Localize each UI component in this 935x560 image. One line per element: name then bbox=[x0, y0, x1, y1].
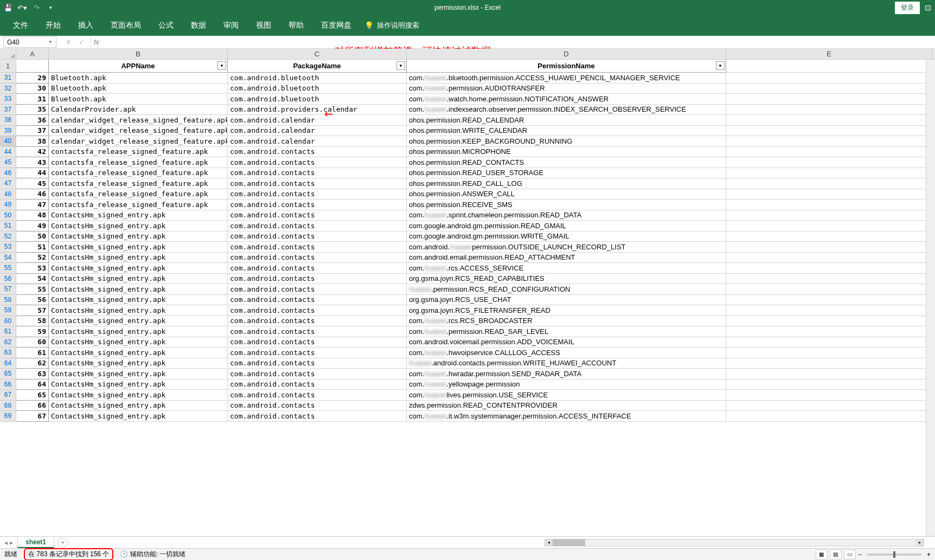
cell-index[interactable]: 57 bbox=[16, 305, 49, 316]
scroll-right-icon[interactable]: ▸ bbox=[916, 539, 924, 546]
tab-data[interactable]: 数据 bbox=[182, 16, 215, 35]
cell-packagename[interactable]: com.android.contacts bbox=[228, 210, 407, 221]
row-header[interactable]: 58 bbox=[0, 295, 16, 306]
row-header[interactable]: 69 bbox=[0, 411, 16, 422]
cell-empty[interactable] bbox=[726, 242, 932, 253]
cell-empty[interactable] bbox=[726, 73, 932, 83]
cell-permissionname[interactable]: com.huawei.watch.home.permission.NOTIFIC… bbox=[407, 94, 726, 105]
row-header[interactable]: 37 bbox=[0, 105, 16, 115]
cell-index[interactable]: 47 bbox=[16, 199, 49, 210]
cell-permissionname[interactable]: com.huawei.hwvoipservice.CALLLOG_ACCESS bbox=[407, 347, 726, 358]
tab-help[interactable]: 帮助 bbox=[280, 16, 312, 35]
horizontal-scrollbar[interactable]: ◂ ▸ bbox=[545, 539, 924, 546]
name-box[interactable]: G40▼ bbox=[3, 36, 56, 48]
cell-packagename[interactable]: com.android.contacts bbox=[228, 305, 407, 316]
cell-empty[interactable] bbox=[726, 411, 932, 422]
cell-empty[interactable] bbox=[726, 295, 932, 306]
cell-appname[interactable]: Bluetooth.apk bbox=[49, 83, 228, 94]
qat-dropdown-icon[interactable]: ▾ bbox=[46, 3, 55, 12]
cell-packagename[interactable]: com.android.calendar bbox=[228, 126, 407, 137]
row-header[interactable]: 60 bbox=[0, 316, 16, 327]
cell-index[interactable]: 51 bbox=[16, 242, 49, 253]
cell-empty[interactable] bbox=[726, 305, 932, 316]
cell-appname[interactable]: ContactsHm_signed_entry.apk bbox=[49, 242, 228, 253]
filter-active-icon[interactable]: ▼ bbox=[396, 61, 405, 70]
cell-index[interactable]: 38 bbox=[16, 136, 49, 147]
cell-permissionname[interactable]: com.huawei.yellowpage.permission bbox=[407, 379, 726, 390]
cell-packagename[interactable]: com.android.contacts bbox=[228, 316, 407, 327]
cell-index[interactable]: 37 bbox=[16, 126, 49, 137]
tab-view[interactable]: 视图 bbox=[247, 16, 280, 35]
cell-index[interactable]: 56 bbox=[16, 295, 49, 306]
cell-permissionname[interactable]: ohos.permission.READ_USER_STORAGE bbox=[407, 168, 726, 179]
row-header[interactable]: 63 bbox=[0, 347, 16, 358]
view-page-icon[interactable]: ▤ bbox=[830, 550, 842, 559]
col-header-D[interactable]: D bbox=[407, 49, 726, 59]
cell-packagename[interactable]: com.android.contacts bbox=[228, 337, 407, 348]
cell-packagename[interactable]: com.android.contacts bbox=[228, 221, 407, 231]
cell-index[interactable]: 42 bbox=[16, 147, 49, 158]
cell-appname[interactable]: ContactsHm_signed_entry.apk bbox=[49, 210, 228, 221]
row-header[interactable]: 52 bbox=[0, 231, 16, 242]
row-header[interactable]: 33 bbox=[0, 94, 16, 105]
cell-empty[interactable] bbox=[726, 326, 932, 337]
header-cell-A[interactable] bbox=[16, 60, 49, 73]
cell-permissionname[interactable]: com.huawei.permission.READ_SAR_LEVEL bbox=[407, 326, 726, 337]
cell-empty[interactable] bbox=[726, 401, 932, 411]
row-header[interactable]: 66 bbox=[0, 379, 16, 390]
cell-appname[interactable]: calendar_widget_release_signed_feature.a… bbox=[49, 136, 228, 147]
cell-permissionname[interactable]: com.google.android.gm.permission.WRITE_G… bbox=[407, 231, 726, 242]
sheet-nav-first-icon[interactable]: ◂ bbox=[4, 539, 8, 546]
cell-appname[interactable]: ContactsHm_signed_entry.apk bbox=[49, 347, 228, 358]
cell-permissionname[interactable]: org.gsma.joyn.RCS_FILETRANSFER_READ bbox=[407, 305, 726, 316]
col-header-C[interactable]: C bbox=[228, 49, 407, 59]
cell-empty[interactable] bbox=[726, 210, 932, 221]
chevron-down-icon[interactable]: ▼ bbox=[48, 40, 53, 44]
row-header[interactable]: 53 bbox=[0, 242, 16, 253]
cell-appname[interactable]: ContactsHm_signed_entry.apk bbox=[49, 411, 228, 422]
cell-appname[interactable]: contactsfa_release_signed_feature.apk bbox=[49, 199, 228, 210]
tab-formulas[interactable]: 公式 bbox=[150, 16, 182, 35]
cell-packagename[interactable]: com.android.contacts bbox=[228, 295, 407, 306]
row-header[interactable]: 61 bbox=[0, 326, 16, 337]
row-header[interactable]: 59 bbox=[0, 305, 16, 316]
cell-packagename[interactable]: com.android.contacts bbox=[228, 178, 407, 189]
view-break-icon[interactable]: ▭ bbox=[844, 550, 856, 559]
cell-appname[interactable]: contactsfa_release_signed_feature.apk bbox=[49, 189, 228, 200]
cell-appname[interactable]: ContactsHm_signed_entry.apk bbox=[49, 274, 228, 285]
cell-packagename[interactable]: com.android.bluetooth bbox=[228, 73, 407, 83]
col-header-A[interactable]: A bbox=[16, 49, 49, 59]
cell-appname[interactable]: contactsfa_release_signed_feature.apk bbox=[49, 147, 228, 158]
cell-index[interactable]: 44 bbox=[16, 168, 49, 179]
cell-packagename[interactable]: com.android.contacts bbox=[228, 401, 407, 411]
view-normal-icon[interactable]: ▦ bbox=[816, 550, 828, 559]
cell-packagename[interactable]: com.android.contacts bbox=[228, 358, 407, 369]
tab-file[interactable]: 文件 bbox=[4, 16, 37, 35]
row-header[interactable]: 40 bbox=[0, 136, 16, 147]
cell-appname[interactable]: ContactsHm_signed_entry.apk bbox=[49, 231, 228, 242]
header-cell-permissionname[interactable]: PermissionName▼ bbox=[407, 60, 726, 73]
cell-index[interactable]: 65 bbox=[16, 390, 49, 401]
cell-packagename[interactable]: com.android.contacts bbox=[228, 379, 407, 390]
cell-permissionname[interactable]: ohos.permission.READ_CALENDAR bbox=[407, 115, 726, 126]
cell-empty[interactable] bbox=[726, 390, 932, 401]
row-header[interactable]: 57 bbox=[0, 284, 16, 295]
cell-packagename[interactable]: com.android.contacts bbox=[228, 347, 407, 358]
cell-appname[interactable]: Bluetooth.apk bbox=[49, 94, 228, 105]
cell-empty[interactable] bbox=[726, 337, 932, 348]
cell-permissionname[interactable]: com.huawei.it.w3m.systemmanager.permissi… bbox=[407, 411, 726, 422]
sheet-tab-active[interactable]: sheet1 bbox=[17, 537, 54, 548]
row-header[interactable]: 49 bbox=[0, 199, 16, 210]
scroll-left-icon[interactable]: ◂ bbox=[545, 539, 553, 546]
cell-empty[interactable] bbox=[726, 105, 932, 115]
cell-appname[interactable]: ContactsHm_signed_entry.apk bbox=[49, 379, 228, 390]
cell-appname[interactable]: ContactsHm_signed_entry.apk bbox=[49, 401, 228, 411]
zoom-in-button[interactable]: + bbox=[927, 551, 931, 558]
col-header-E[interactable]: E bbox=[726, 49, 932, 59]
cell-empty[interactable] bbox=[726, 94, 932, 105]
cell-empty[interactable] bbox=[726, 178, 932, 189]
cell-index[interactable]: 54 bbox=[16, 274, 49, 285]
cell-empty[interactable] bbox=[726, 231, 932, 242]
cell-empty[interactable] bbox=[726, 157, 932, 168]
cell-permissionname[interactable]: com.huawei.hwradar.permission.SEND_RADAR… bbox=[407, 369, 726, 379]
